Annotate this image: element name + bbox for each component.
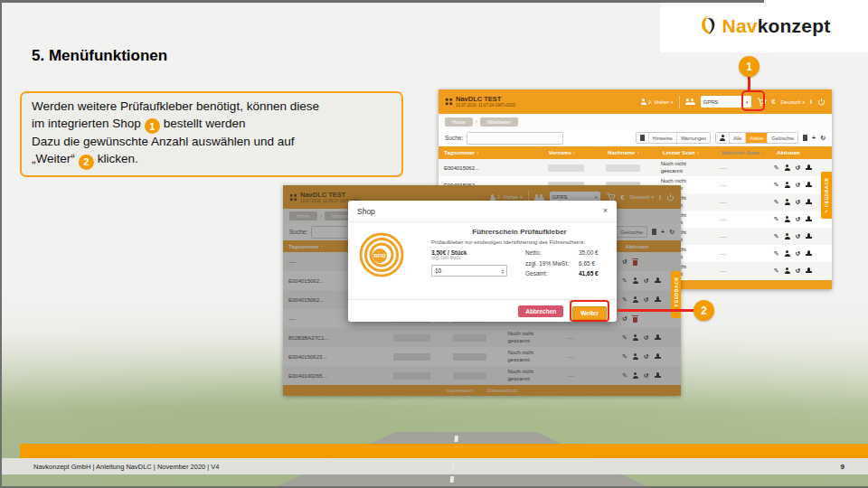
edit-icon[interactable]: ✎ xyxy=(774,233,779,239)
shop-modal: Shop × RFID Führerschein Prüfaufkleber P… xyxy=(348,201,617,322)
callout-2-badge: 2 xyxy=(693,300,714,321)
callout-1-highlight-rect xyxy=(741,90,765,111)
breadcrumb-mitarbeiter[interactable]: Mitarbeiter xyxy=(480,117,518,127)
assign-person-icon[interactable] xyxy=(785,199,790,205)
column-header[interactable]: Nächster Scan↕ xyxy=(722,150,777,155)
modal-header: Shop × xyxy=(348,201,617,222)
column-header[interactable]: Tagnummer↕ xyxy=(439,150,549,155)
notice-filter-group: Hinweise Warnungen xyxy=(636,132,712,144)
weiter-button[interactable]: Weiter xyxy=(572,306,607,320)
app-datetime: 10.07.2018, 11:07:24 GMT+0200 xyxy=(456,103,515,108)
assign-person-icon[interactable] xyxy=(785,216,790,222)
search-input[interactable] xyxy=(467,132,563,145)
warnungen-button[interactable]: Warnungen xyxy=(676,133,710,143)
close-icon[interactable]: × xyxy=(603,207,608,215)
assign-person-icon[interactable] xyxy=(785,182,790,188)
geloeschte-button[interactable]: Gelöschte xyxy=(767,133,797,143)
cell-letzter-scan: Noch nicht gescannt xyxy=(661,161,720,174)
page-title: 5. Menüfunktionen xyxy=(32,47,167,65)
alle-button[interactable]: Alle xyxy=(729,133,745,143)
add-icon[interactable]: + xyxy=(812,135,816,141)
state-filter-group: Alle Aktive Gelöschte xyxy=(715,132,798,144)
logout-button[interactable] xyxy=(817,98,826,106)
quantity-stepper[interactable]: ▴▾ xyxy=(502,268,504,274)
cell-aktionen: ✎↺ xyxy=(774,250,832,257)
abbrechen-button[interactable]: Abbrechen xyxy=(518,305,563,317)
aktive-button[interactable]: Aktive xyxy=(745,133,767,143)
edit-icon[interactable]: ✎ xyxy=(774,164,779,171)
person-filter-button[interactable] xyxy=(716,133,729,143)
quantity-input[interactable]: 10 ▴▾ xyxy=(431,265,507,277)
table-header-row: Tagnummer↕Vorname↕Nachname↕Letzter Scan↕… xyxy=(439,146,832,159)
cell-tagnummer: E004015062... xyxy=(439,165,548,171)
instruction-line-4: „Weiter“2klicken. xyxy=(32,151,392,170)
stamp-icon[interactable] xyxy=(806,168,812,170)
weiter-highlight-rect: Weiter xyxy=(570,300,609,322)
hinweise-button[interactable]: Hinweise xyxy=(648,133,676,143)
history-icon[interactable]: ↺ xyxy=(796,164,801,171)
history-icon[interactable]: ↺ xyxy=(796,267,801,274)
slide: Navkonzept 5. Menüfunktionen Werden weit… xyxy=(0,0,868,488)
edit-icon[interactable]: ✎ xyxy=(774,199,779,205)
sort-icon[interactable]: ↕ xyxy=(476,150,479,155)
callout-2-line xyxy=(618,309,695,312)
stamp-icon[interactable] xyxy=(806,271,812,273)
modal-title: Shop xyxy=(357,207,375,216)
assign-person-icon[interactable] xyxy=(785,233,790,239)
edit-icon[interactable]: ✎ xyxy=(774,216,779,222)
stamp-icon[interactable] xyxy=(806,185,812,187)
sort-icon[interactable]: ↕ xyxy=(697,150,700,155)
user-menu[interactable]: J. Visher▾ xyxy=(641,99,674,105)
unit-price: 3,50€ / Stück xyxy=(431,249,514,256)
stamp-icon[interactable] xyxy=(806,254,812,256)
edit-icon[interactable]: ✎ xyxy=(774,267,779,274)
history-icon[interactable]: ↺ xyxy=(796,250,801,257)
history-icon[interactable]: ↺ xyxy=(796,182,801,188)
notice-icon-button[interactable] xyxy=(637,133,648,143)
stamp-icon[interactable] xyxy=(806,202,812,204)
currency-button[interactable]: € xyxy=(772,99,776,105)
blurred-name xyxy=(606,164,639,172)
cell-nachname xyxy=(606,164,660,172)
column-header[interactable]: Vorname↕ xyxy=(549,150,608,155)
breadcrumb-home[interactable]: Home xyxy=(445,117,473,127)
assign-person-icon[interactable] xyxy=(785,164,790,171)
modal-body: RFID Führerschein Prüfaufkleber Prüfaufk… xyxy=(348,222,617,281)
assign-person-icon[interactable] xyxy=(785,267,790,274)
callout-1-badge: 1 xyxy=(739,56,760,77)
sort-icon[interactable]: ↕ xyxy=(637,150,639,155)
stamp-icon[interactable] xyxy=(806,237,812,239)
history-icon[interactable]: ↺ xyxy=(796,199,801,205)
column-header[interactable]: Aktionen xyxy=(777,150,832,155)
flag-icon xyxy=(640,135,645,141)
mwst-label: zzgl. 19% MwSt.: xyxy=(525,260,576,267)
rfid-logo-icon: RFID xyxy=(358,231,405,278)
product-title: Führerschein Prüfaufkleber xyxy=(431,228,608,236)
info-button[interactable]: i xyxy=(810,99,812,105)
modal-footer: Abbrechen Weiter xyxy=(348,299,617,322)
instruction-line-2: im integrierten Shop1bestellt werden xyxy=(32,116,392,135)
language-select[interactable]: Deutsch▾ xyxy=(781,99,806,105)
edit-icon[interactable]: ✎ xyxy=(774,182,779,188)
history-icon[interactable]: ↺ xyxy=(796,233,801,239)
footer-accent-bar xyxy=(20,444,868,458)
breadcrumb: Home › Mitarbeiter xyxy=(439,114,832,129)
app-title: NavDLC TEST xyxy=(456,96,515,103)
group-icon[interactable] xyxy=(685,99,695,105)
pencil-icon: ✎ xyxy=(824,207,829,213)
stamp-icon[interactable] xyxy=(806,220,812,221)
column-header[interactable]: Letzter Scan↕ xyxy=(663,150,722,155)
table-toolbar: Suche: Hinweise Warnungen Alle Aktive Ge… xyxy=(439,129,832,146)
refresh-icon[interactable]: ↻ xyxy=(820,135,826,141)
sort-icon[interactable]: ↕ xyxy=(761,150,764,155)
export-icon[interactable] xyxy=(803,135,807,141)
column-header[interactable]: Nachname↕ xyxy=(608,150,663,155)
edit-icon[interactable]: ✎ xyxy=(774,250,779,257)
search-label: Suche: xyxy=(445,135,463,141)
sort-icon[interactable]: ↕ xyxy=(573,150,576,155)
cell-naechster-scan: ---- xyxy=(719,183,773,188)
assign-person-icon[interactable] xyxy=(785,250,790,257)
table-row[interactable]: E004015062...Noch nicht gescannt----✎↺ xyxy=(439,159,832,176)
feedback-tab[interactable]: ✎ FEEDBACK xyxy=(821,172,832,219)
history-icon[interactable]: ↺ xyxy=(796,216,801,222)
